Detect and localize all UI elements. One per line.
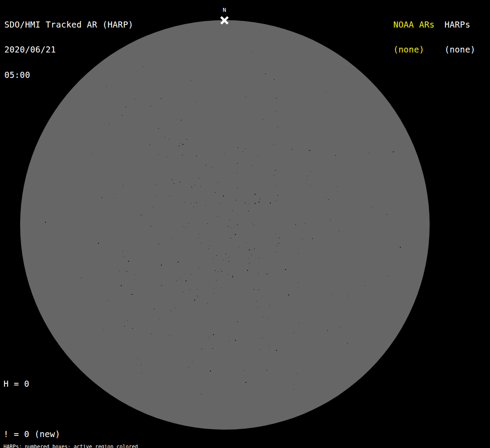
- magnetic-noise-speckle: [276, 252, 277, 252]
- magnetic-noise-speckle: [276, 234, 276, 234]
- magnetic-noise-speckle: [369, 153, 369, 153]
- magnetic-noise-speckle: [104, 329, 104, 329]
- magnetic-noise-speckle: [165, 137, 165, 137]
- magnetic-noise-speckle: [150, 145, 150, 145]
- magnetic-noise-speckle: [158, 128, 159, 129]
- magnetic-noise-speckle: [223, 196, 224, 196]
- magnetic-noise-speckle: [230, 238, 231, 238]
- magnetic-noise-speckle: [208, 248, 209, 249]
- magnetic-noise-speckle: [276, 200, 276, 201]
- magnetic-noise-speckle: [159, 244, 160, 244]
- magnetic-noise-speckle: [161, 285, 162, 286]
- magnetic-noise-speckle: [331, 294, 332, 295]
- harp-count: H = 0: [4, 380, 102, 388]
- magnetic-noise-speckle: [245, 382, 246, 383]
- magnetic-noise-speckle: [137, 358, 138, 359]
- magnetic-noise-speckle: [181, 120, 182, 120]
- magnetic-noise-speckle: [326, 197, 326, 198]
- magnetic-noise-speckle: [259, 258, 259, 259]
- magnetic-noise-speckle: [258, 307, 258, 308]
- north-pole-cross-icon: [220, 16, 229, 24]
- magnetic-noise-speckle: [292, 149, 293, 150]
- magnetic-noise-speckle: [277, 127, 278, 127]
- magnetic-noise-speckle: [91, 153, 91, 154]
- magnetic-noise-speckle: [252, 255, 252, 255]
- footer-line-harps: HARPs: numbered boxes; active region col…: [4, 444, 181, 448]
- magnetic-noise-speckle: [279, 238, 280, 238]
- magnetic-noise-speckle: [172, 179, 172, 180]
- noaa-ars-value: (none): [393, 46, 434, 54]
- magnetic-noise-speckle: [199, 234, 199, 234]
- magnetic-noise-speckle: [208, 282, 208, 283]
- magnetic-noise-speckle: [307, 180, 307, 180]
- magnetic-noise-speckle: [114, 194, 114, 194]
- magnetic-noise-speckle: [170, 335, 170, 336]
- magnetic-noise-speckle: [182, 144, 183, 145]
- magnetic-noise-speckle: [221, 288, 222, 288]
- magnetic-noise-speckle: [154, 309, 154, 309]
- magnetic-noise-speckle: [128, 261, 129, 262]
- magnetic-noise-speckle: [228, 226, 228, 227]
- magnetic-noise-speckle: [136, 274, 136, 275]
- noaa-ars-label: NOAA ARs: [393, 21, 434, 29]
- magnetic-noise-speckle: [205, 205, 206, 206]
- magnetic-noise-speckle: [276, 112, 277, 112]
- magnetic-noise-speckle: [336, 186, 336, 187]
- magnetic-noise-speckle: [132, 328, 133, 329]
- magnetic-noise-speckle: [229, 220, 230, 220]
- magnetic-noise-speckle: [347, 296, 348, 296]
- magnetic-noise-speckle: [189, 223, 189, 224]
- magnetic-noise-speckle: [197, 296, 198, 296]
- magnetic-noise-speckle: [295, 224, 296, 225]
- magnetic-noise-speckle: [189, 290, 190, 290]
- magnetic-noise-speckle: [386, 214, 387, 215]
- magnetic-noise-speckle: [297, 374, 298, 374]
- magnetic-noise-speckle: [237, 173, 237, 173]
- magnetic-noise-speckle: [273, 144, 274, 144]
- magnetic-noise-speckle: [153, 207, 153, 207]
- magnetic-noise-speckle: [278, 243, 279, 244]
- magnetic-noise-speckle: [156, 196, 157, 197]
- magnetic-noise-speckle: [307, 176, 308, 176]
- magnetic-noise-speckle: [275, 170, 276, 171]
- magnetic-noise-speckle: [174, 183, 175, 184]
- north-label: N: [219, 7, 230, 13]
- magnetic-noise-speckle: [242, 151, 243, 152]
- magnetic-noise-speckle: [258, 156, 258, 157]
- magnetic-noise-speckle: [119, 271, 120, 271]
- magnetic-noise-speckle: [228, 274, 228, 275]
- magnetic-noise-speckle: [151, 106, 151, 106]
- magnetic-noise-speckle: [195, 185, 195, 185]
- magnetic-noise-speckle: [232, 276, 233, 277]
- magnetic-noise-speckle: [207, 224, 208, 224]
- magnetic-noise-speckle: [249, 262, 249, 263]
- magnetic-noise-speckle: [210, 371, 211, 371]
- magnetic-noise-speckle: [243, 370, 244, 371]
- magnetic-noise-speckle: [201, 349, 202, 349]
- magnetic-noise-speckle: [254, 225, 254, 225]
- magnetic-noise-speckle: [246, 242, 246, 243]
- magnetic-noise-speckle: [122, 251, 123, 252]
- magnetic-noise-speckle: [155, 184, 156, 185]
- magnetic-noise-speckle: [192, 362, 192, 362]
- magnetic-noise-speckle: [248, 204, 248, 204]
- magnetic-noise-speckle: [299, 323, 299, 323]
- magnetic-noise-speckle: [237, 224, 238, 225]
- magnetic-noise-speckle: [178, 262, 178, 262]
- magnetic-noise-speckle: [171, 238, 172, 239]
- magnetic-noise-speckle: [161, 98, 161, 99]
- magnetic-noise-speckle: [285, 269, 286, 270]
- magnetic-noise-speckle: [178, 146, 179, 146]
- magnetic-noise-speckle: [45, 222, 46, 223]
- magnetic-noise-speckle: [259, 349, 260, 350]
- magnetic-noise-speckle: [182, 226, 183, 227]
- magnetic-noise-speckle: [223, 260, 224, 260]
- magnetic-noise-speckle: [122, 185, 123, 186]
- magnetic-noise-speckle: [109, 123, 109, 124]
- magnetic-noise-speckle: [237, 322, 238, 322]
- magnetic-noise-speckle: [340, 327, 340, 327]
- magnetic-noise-speckle: [237, 188, 238, 188]
- magnetic-noise-speckle: [171, 311, 171, 311]
- magnetic-noise-speckle: [255, 203, 256, 204]
- magnetic-noise-speckle: [216, 256, 217, 256]
